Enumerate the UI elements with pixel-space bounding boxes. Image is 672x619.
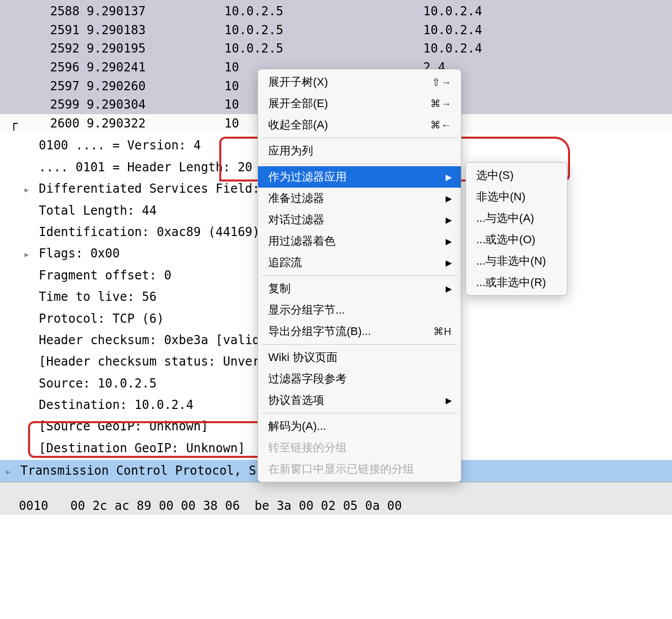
packet-time: 9.290241 — [87, 59, 224, 76]
menu-label: 显示分组字节... — [268, 302, 345, 318]
menu-label: 在新窗口中显示已链接的分组 — [268, 461, 414, 477]
menu-show-linked-packet-new-window: 在新窗口中显示已链接的分组 — [258, 458, 461, 480]
chevron-right-icon: ▶ — [446, 237, 452, 246]
menu-shortcut: ⇧→ — [432, 76, 452, 88]
menu-label: 转至链接的分组 — [268, 440, 347, 455]
menu-separator — [261, 275, 458, 276]
packet-time: 9.290183 — [87, 22, 224, 39]
packet-row[interactable]: 2588 9.290137 10.0.2.5 10.0.2.4 — [0, 2, 672, 21]
packet-dst: 10.0.2.4 — [423, 3, 672, 20]
packet-src: 10.0.2.5 — [224, 22, 423, 39]
menu-label: 作为过滤器应用 — [268, 169, 347, 185]
menu-label: 展开全部(E) — [268, 96, 328, 111]
menu-copy[interactable]: 复制 ▶ — [258, 278, 461, 299]
menu-collapse-all[interactable]: 收起全部(A) ⌘← — [258, 114, 461, 136]
packet-time: 9.290322 — [87, 115, 224, 132]
chevron-right-icon: ▶ — [446, 215, 452, 225]
menu-decode-as[interactable]: 解码为(A)... — [258, 416, 461, 437]
menu-label: 过滤器字段参考 — [268, 371, 347, 386]
context-submenu[interactable]: 选中(S) 非选中(N) ...与选中(A) ...或选中(O) ...与非选中… — [466, 162, 567, 296]
menu-label: 解码为(A)... — [268, 419, 326, 434]
menu-prepare-filter[interactable]: 准备过滤器 ▶ — [258, 188, 461, 209]
packet-row[interactable]: 2592 9.290195 10.0.2.5 10.0.2.4 — [0, 39, 672, 58]
menu-apply-as-column[interactable]: 应用为列 — [258, 140, 461, 162]
menu-label: 展开子树(X) — [268, 74, 328, 90]
menu-expand-all[interactable]: 展开全部(E) ⌘→ — [258, 93, 461, 114]
hex-pane[interactable]: 0010 00 2c ac 89 00 00 38 06 be 3a 00 02… — [0, 482, 672, 515]
menu-label: 导出分组字节流(B)... — [268, 324, 371, 339]
packet-no: 2592 — [0, 40, 87, 57]
packet-no: 2599 — [0, 96, 87, 113]
menu-apply-as-filter[interactable]: 作为过滤器应用 ▶ — [258, 166, 461, 188]
packet-src: 10.0.2.5 — [224, 3, 423, 20]
packet-time: 9.290260 — [87, 78, 224, 95]
menu-label: 选中(S) — [476, 168, 513, 183]
chevron-right-icon: ▶ — [446, 172, 452, 182]
menu-label: 收起全部(A) — [268, 117, 328, 133]
packet-row[interactable]: 2591 9.290183 10.0.2.5 10.0.2.4 — [0, 21, 672, 40]
submenu-not-selected[interactable]: 非选中(N) — [466, 186, 567, 208]
menu-wiki-protocol-page[interactable]: Wiki 协议页面 — [258, 347, 461, 368]
submenu-or-selected[interactable]: ...或选中(O) — [466, 229, 567, 250]
menu-follow-stream[interactable]: 追踪流 ▶ — [258, 252, 461, 273]
menu-export-packet-bytes[interactable]: 导出分组字节流(B)... ⌘H — [258, 321, 461, 342]
submenu-and-not-selected[interactable]: ...与非选中(N) — [466, 250, 567, 272]
menu-label: 准备过滤器 — [268, 191, 324, 206]
packet-no: 2588 — [0, 3, 87, 20]
hex-line: 0010 00 2c ac 89 00 00 38 06 be 3a 00 02… — [19, 499, 402, 513]
menu-separator — [261, 164, 458, 164]
submenu-or-not-selected[interactable]: ...或非选中(R) — [466, 272, 567, 293]
menu-label: ...与非选中(N) — [476, 253, 546, 269]
menu-shortcut: ⌘→ — [430, 97, 452, 110]
submenu-and-selected[interactable]: ...与选中(A) — [466, 208, 567, 229]
menu-label: 协议首选项 — [268, 393, 324, 408]
menu-go-to-linked-packet: 转至链接的分组 — [258, 437, 461, 458]
menu-separator — [261, 138, 458, 138]
packet-no: 2591 — [0, 22, 87, 39]
packet-dst: 10.0.2.4 — [423, 40, 672, 57]
menu-colorize-with-filter[interactable]: 用过滤器着色 ▶ — [258, 230, 461, 252]
chevron-right-icon: ▶ — [446, 194, 452, 203]
packet-no: 2596 — [0, 59, 87, 76]
submenu-selected[interactable]: 选中(S) — [466, 165, 567, 186]
chevron-right-icon: ▶ — [446, 284, 452, 294]
menu-expand-subtree[interactable]: 展开子树(X) ⇧→ — [258, 71, 461, 93]
menu-separator — [261, 413, 458, 414]
menu-protocol-preferences[interactable]: 协议首选项 ▶ — [258, 390, 461, 411]
menu-label: 用过滤器着色 — [268, 234, 335, 249]
packet-time: 9.290195 — [87, 40, 224, 57]
menu-conversation-filter[interactable]: 对话过滤器 ▶ — [258, 209, 461, 230]
packet-time: 9.290137 — [87, 3, 224, 20]
menu-label: 非选中(N) — [476, 189, 526, 204]
context-menu[interactable]: 展开子树(X) ⇧→ 展开全部(E) ⌘→ 收起全部(A) ⌘← 应用为列 作为… — [257, 69, 461, 482]
chevron-right-icon: ▶ — [446, 396, 452, 405]
menu-shortcut: ⌘← — [430, 119, 452, 131]
menu-label: 对话过滤器 — [268, 212, 324, 227]
menu-separator — [261, 344, 458, 345]
menu-label: 追踪流 — [268, 255, 302, 270]
packet-time: 9.290304 — [87, 96, 224, 113]
menu-label: ...或选中(O) — [476, 232, 535, 247]
packet-src: 10.0.2.5 — [224, 40, 423, 57]
menu-label: ...与选中(A) — [476, 211, 534, 226]
packet-dst: 10.0.2.4 — [423, 22, 672, 39]
chevron-right-icon: ▶ — [446, 258, 452, 268]
menu-label: 应用为列 — [268, 143, 313, 159]
menu-shortcut: ⌘H — [433, 325, 452, 338]
menu-label: Wiki 协议页面 — [268, 350, 338, 365]
menu-label: 复制 — [268, 281, 291, 296]
packet-no: 2597 — [0, 78, 87, 95]
menu-show-packet-bytes[interactable]: 显示分组字节... — [258, 299, 461, 321]
menu-label: ...或非选中(R) — [476, 275, 546, 290]
menu-filter-field-reference[interactable]: 过滤器字段参考 — [258, 368, 461, 390]
